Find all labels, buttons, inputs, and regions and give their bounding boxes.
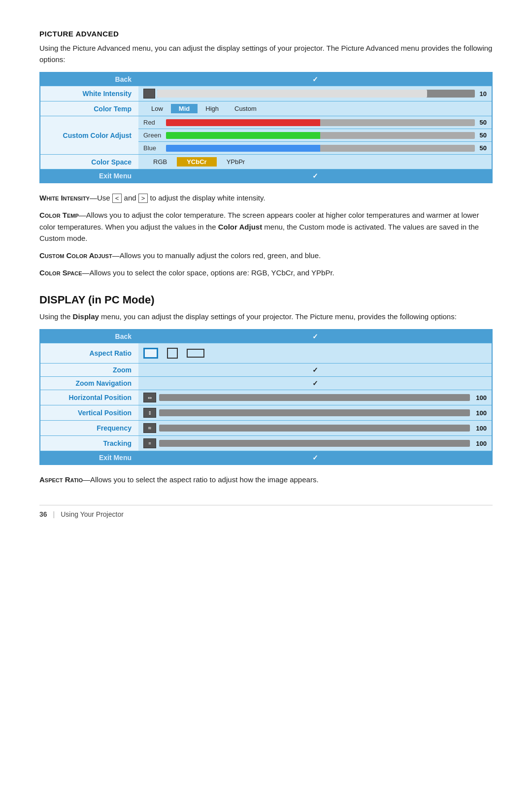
tracking-row: Tracking ≡ 100 [40,436,492,451]
horiz-content: ⇔ 100 [138,390,492,405]
back-label: Back [40,72,138,86]
vert-value: 100 [476,409,487,417]
green-fill [166,132,320,139]
white-intensity-content: 10 [138,86,492,101]
blue-value: 50 [480,144,487,152]
zoom-nav-row: Zoom Navigation ✓ [40,377,492,390]
footer-sep: | [53,510,55,518]
freq-value: 100 [476,425,487,432]
display-pc-section: DISPLAY (in PC Mode) Using the Display m… [39,294,493,486]
aspect-ratio-row: Aspect Ratio [40,343,492,364]
desc-color-space: Color Space—Allows you to select the col… [39,267,493,278]
cs-ycbcr[interactable]: YCbCr [177,157,216,166]
picture-advanced-heading: PICTURE ADVANCED [39,30,493,38]
ar-icon-wider[interactable] [187,349,204,358]
cs-ypbpr[interactable]: YPbPr [217,157,255,166]
desc-aspect-ratio: Aspect Ratio—Allows you to select the as… [39,474,493,485]
intensity-track [157,90,475,98]
display-pc-intro: Using the Display menu, you can adjust t… [39,311,493,323]
desc-custom-color: Custom Color Adjust—Allows you to manual… [39,250,493,261]
freq-bar: ≋ 100 [143,423,487,433]
display-back-label: Back [40,330,138,343]
vert-content: ⇕ 100 [138,405,492,421]
zoom-nav-check: ✓ [138,377,492,390]
color-space-term: Color Space [39,268,82,277]
tracking-content: ≡ 100 [138,436,492,451]
green-slider-cell: Green 50 [138,129,492,142]
footer-text: Using Your Projector [61,510,124,518]
aspect-ratio-label: Aspect Ratio [40,343,138,364]
color-space-label: Color Space [40,155,138,169]
zoom-row: Zoom ✓ [40,364,492,377]
display-pc-menu: Back ✓ Aspect Ratio Zoom ✓ [39,329,493,465]
wi-dash: — [90,194,97,202]
horiz-bar: ⇔ 100 [143,393,487,402]
green-value: 50 [480,132,487,139]
color-temp-content: Low Mid High Custom [138,101,492,116]
freq-label: Frequency [40,421,138,436]
blue-track [166,145,475,152]
blue-slider-row: Blue 50 [143,144,487,152]
color-temp-high[interactable]: High [198,104,227,113]
color-temp-mid[interactable]: Mid [171,104,198,113]
tracking-bar: ≡ 100 [143,438,487,448]
display-exit-label: Exit Menu [40,451,138,465]
white-intensity-term: White Intensity [39,194,90,202]
tracking-icon: ≡ [143,438,156,448]
footer-page: 36 [39,510,47,518]
display-exit-row: Exit Menu ✓ [40,451,492,465]
red-slider-row: Red 50 [143,119,487,126]
blue-fill [166,145,320,152]
intensity-value: 10 [480,90,487,98]
color-space-content: RGB YCbCr YPbPr [138,155,492,169]
back-check: ✓ [138,72,492,86]
vert-track [159,409,470,416]
white-intensity-row: White Intensity 10 [40,86,492,101]
display-back-row: Back ✓ [40,330,492,343]
color-temp-custom[interactable]: Custom [227,104,265,113]
aspect-ratio-term: Aspect Ratio [39,475,83,484]
ar-icon-wide[interactable] [143,348,158,359]
aspect-ratio-content [138,343,492,364]
white-intensity-label: White Intensity [40,86,138,101]
color-adjust-bold: Color Adjust [218,223,262,231]
freq-track [159,425,470,432]
desc-white-intensity: White Intensity—Use < and > to adjust th… [39,192,493,203]
green-label: Green [143,132,164,139]
display-exit-check: ✓ [138,451,492,465]
red-track [166,119,475,126]
custom-color-row: Custom Color Adjust Red 50 [40,116,492,129]
picture-advanced-menu: Back ✓ White Intensity 10 Co [39,72,493,183]
exit-check: ✓ [138,169,492,183]
vert-icon: ⇕ [143,408,156,418]
display-pc-heading: DISPLAY (in PC Mode) [39,294,493,306]
vert-bar: ⇕ 100 [143,408,487,418]
blue-slider-cell: Blue 50 [138,142,492,155]
left-btn[interactable]: < [112,194,122,203]
vert-row: Vertical Position ⇕ 100 [40,405,492,421]
zoom-check: ✓ [138,364,492,377]
red-value: 50 [480,119,487,126]
display-bold: Display [73,312,99,321]
right-btn[interactable]: > [138,194,148,203]
vert-label: Vertical Position [40,405,138,421]
green-track [166,132,475,139]
blue-label: Blue [143,144,164,152]
horiz-row: Horizontal Position ⇔ 100 [40,390,492,405]
color-temp-low[interactable]: Low [143,104,171,113]
color-temp-label: Color Temp [40,101,138,116]
color-temp-term: Color Temp [39,211,79,219]
ar-icon-square[interactable] [167,348,178,359]
cs-rgb[interactable]: RGB [143,157,177,166]
custom-color-label: Custom Color Adjust [40,116,138,155]
horiz-value: 100 [476,394,487,401]
custom-color-term: Custom Color Adjust [39,251,112,260]
zoom-label: Zoom [40,364,138,377]
freq-icon: ≋ [143,423,156,433]
exit-row: Exit Menu ✓ [40,169,492,183]
back-row: Back ✓ [40,72,492,86]
intensity-icon [143,89,155,99]
zoom-nav-label: Zoom Navigation [40,377,138,390]
color-temp-options: Low Mid High Custom [143,104,487,113]
tracking-value: 100 [476,440,487,447]
